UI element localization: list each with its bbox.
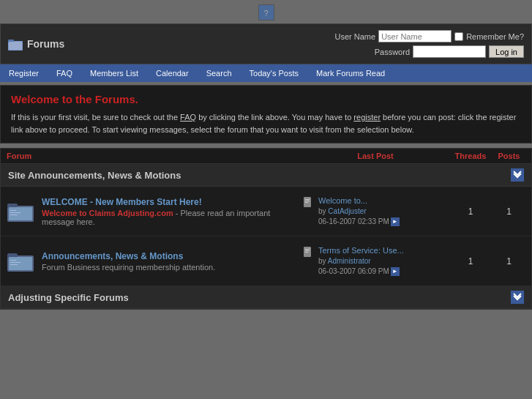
remember-label: Remember Me? (466, 32, 524, 41)
col-posts-header: Posts (492, 152, 525, 160)
go-icon-2[interactable]: ► (391, 267, 400, 276)
login-button[interactable]: Log in (489, 45, 524, 58)
forums-label: Forums (27, 38, 64, 50)
top-icon-bar: ? (0, 0, 532, 23)
svg-rect-18 (10, 260, 16, 261)
forum-threads-1: 1 (449, 206, 492, 217)
forum-info-2: Announcements, News & Motions Forum Busi… (42, 251, 302, 272)
forum-posts-1: 1 (492, 206, 525, 217)
category-collapse-icon-2[interactable] (511, 291, 524, 304)
svg-rect-11 (305, 201, 310, 201)
lastpost-title-link-2[interactable]: Terms of Service: Use... (318, 246, 404, 255)
login-area: User Name Remember Me? Password Log in (331, 30, 524, 58)
lastpost-doc-icon-1 (302, 196, 314, 208)
forum-desc-2: Forum Business requiring membership atte… (42, 263, 302, 272)
lastpost-by-2: by Administrator (318, 256, 404, 266)
svg-rect-17 (9, 257, 32, 270)
forum-info-1: WELCOME - New Members Start Here! Welcom… (42, 197, 302, 226)
password-row: Password Log in (366, 45, 524, 58)
nav-mark-read[interactable]: Mark Forums Read (307, 64, 394, 82)
svg-rect-8 (10, 215, 18, 215)
forum-table-header: Forum Last Post Threads Posts (1, 149, 531, 164)
faq-link[interactable]: FAQ (180, 113, 196, 122)
svg-rect-22 (305, 249, 310, 250)
forum-row-left-1: WELCOME - New Members Start Here! Welcom… (7, 197, 302, 226)
svg-rect-20 (10, 264, 18, 265)
category-site-announcements: Site Announcements, News & Motions (1, 164, 531, 187)
svg-rect-2 (9, 42, 22, 50)
password-label: Password (366, 48, 410, 56)
forum-row-left-2: Announcements, News & Motions Forum Busi… (7, 247, 302, 275)
lastpost-by-1: by CatAdjuster (318, 206, 400, 217)
username-row: User Name Remember Me? (331, 30, 524, 42)
welcome-text: If this is your first visit, be sure to … (11, 111, 521, 135)
lastpost-date-text-2: 06-03-2007 06:09 PM (318, 266, 389, 277)
category-title-2: Adjusting Specific Forums (8, 292, 129, 303)
lastpost-info-1: Welcome to... by CatAdjuster 06-16-2007 … (318, 195, 400, 227)
col-forum-header: Forum (7, 152, 302, 160)
forum-folder-2 (7, 247, 34, 275)
forums-title: Forums (8, 37, 64, 51)
lastpost-date-2: 06-03-2007 06:09 PM ► (318, 266, 404, 277)
svg-rect-7 (10, 212, 20, 213)
svg-rect-24 (305, 252, 308, 253)
password-input[interactable] (413, 45, 486, 58)
lastpost-author-link-1[interactable]: CatAdjuster (328, 207, 366, 215)
nav-calendar[interactable]: Calendar (147, 64, 198, 82)
forum-lastpost-2: Terms of Service: Use... by Administrato… (302, 245, 449, 277)
forum-row-welcome: WELCOME - New Members Start Here! Welcom… (1, 187, 531, 236)
lastpost-doc-icon-2 (302, 246, 314, 258)
go-icon-1[interactable]: ► (391, 217, 400, 226)
category-adjusting: Adjusting Specific Forums (1, 286, 531, 309)
forum-lastpost-1: Welcome to... by CatAdjuster 06-16-2007 … (302, 195, 449, 227)
forum-threads-2: 1 (449, 256, 492, 266)
lastpost-date-text-1: 06-16-2007 02:33 PM (318, 217, 389, 227)
nav-members[interactable]: Members List (81, 64, 147, 82)
col-lastpost-header: Last Post (302, 152, 449, 160)
nav-register[interactable]: Register (0, 64, 48, 82)
svg-rect-23 (305, 250, 310, 251)
forum-row-announcements: Announcements, News & Motions Forum Busi… (1, 236, 531, 286)
lastpost-author-link-2[interactable]: Administrator (328, 257, 371, 265)
nav-faq[interactable]: FAQ (48, 64, 81, 82)
lastpost-date-1: 06-16-2007 02:33 PM ► (318, 217, 400, 227)
welcome-text1: If this is your first visit, be sure to … (11, 113, 180, 122)
forum-name-link-1[interactable]: WELCOME - New Members Start Here! (42, 197, 202, 207)
welcome-title: Welcome to the Forums. (11, 93, 521, 105)
svg-rect-5 (9, 207, 32, 220)
col-threads-header: Threads (449, 152, 492, 160)
svg-rect-10 (305, 199, 310, 200)
forum-name-link-2[interactable]: Announcements, News & Motions (42, 251, 183, 261)
lastpost-info-2: Terms of Service: Use... by Administrato… (318, 245, 404, 277)
welcome-section: Welcome to the Forums. If this is your f… (0, 85, 532, 143)
username-input[interactable] (378, 30, 452, 42)
svg-rect-19 (10, 262, 20, 263)
category-collapse-icon-1[interactable] (511, 168, 524, 182)
username-label: User Name (331, 32, 375, 41)
remember-checkbox[interactable] (454, 32, 463, 41)
forum-table: Forum Last Post Threads Posts Site Annou… (0, 148, 532, 310)
forum-posts-2: 1 (492, 256, 525, 266)
nav-bar: Register FAQ Members List Calendar Searc… (0, 64, 532, 82)
lastpost-title-link-1[interactable]: Welcome to... (318, 196, 367, 205)
header-area: Forums User Name Remember Me? Password L… (0, 23, 532, 64)
svg-rect-6 (10, 210, 16, 211)
forum-desc-link-1[interactable]: Welcome to Claims Adjusting.com (42, 209, 173, 217)
svg-rect-12 (305, 202, 308, 203)
nav-today[interactable]: Today's Posts (241, 64, 308, 82)
folder-icon (8, 37, 23, 51)
register-link[interactable]: register (353, 113, 381, 122)
nav-search[interactable]: Search (198, 64, 241, 82)
welcome-text2: by clicking the link above. You may have… (196, 113, 353, 122)
top-icon: ? (258, 4, 274, 20)
category-title-1: Site Announcements, News & Motions (8, 170, 181, 181)
forum-desc-1: Welcome to Claims Adjusting.com - Please… (42, 209, 302, 226)
forum-folder-1 (7, 198, 34, 225)
